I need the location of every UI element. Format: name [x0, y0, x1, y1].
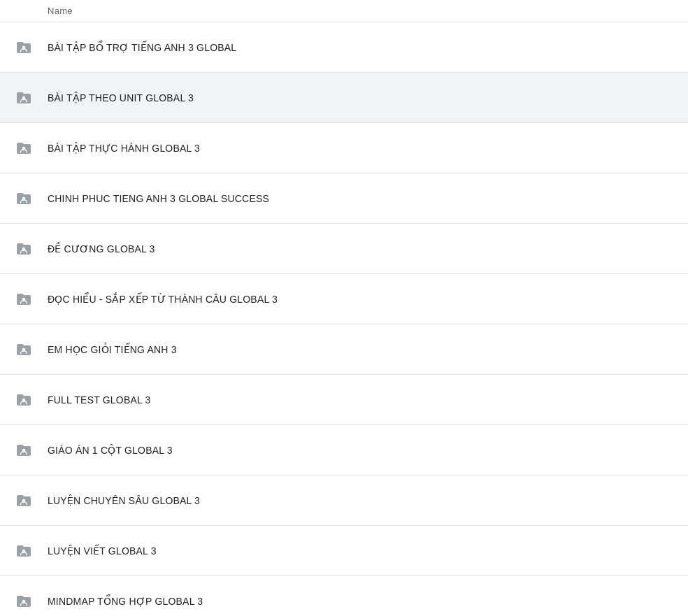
- shared-folder-icon: [11, 438, 36, 463]
- folder-row[interactable]: ĐỌC HIỂU - SẮP XẾP TỪ THÀNH CÂU GLOBAL 3: [0, 274, 688, 324]
- folder-name: ĐỌC HIỂU - SẮP XẾP TỪ THÀNH CÂU GLOBAL 3: [48, 294, 278, 305]
- folder-name: BÀI TẬP BỔ TRỢ TIẾNG ANH 3 GLOBAL: [48, 42, 236, 53]
- folder-row[interactable]: BÀI TẬP THỰC HÀNH GLOBAL 3: [0, 123, 688, 173]
- folder-row[interactable]: CHINH PHUC TIENG ANH 3 GLOBAL SUCCESS: [0, 173, 688, 224]
- folder-row[interactable]: BÀI TẬP BỔ TRỢ TIẾNG ANH 3 GLOBAL: [0, 22, 688, 73]
- shared-folder-icon: [11, 387, 36, 413]
- folder-row[interactable]: MINDMAP TỔNG HỢP GLOBAL 3: [0, 576, 688, 616]
- folder-name: EM HỌC GIỎI TIẾNG ANH 3: [48, 344, 177, 355]
- folder-name: BÀI TẬP THỰC HÀNH GLOBAL 3: [48, 143, 200, 154]
- folder-row[interactable]: EM HỌC GIỎI TIẾNG ANH 3: [0, 324, 688, 375]
- folder-row[interactable]: GIÁO ÁN 1 CỘT GLOBAL 3: [0, 425, 688, 475]
- shared-folder-icon: [11, 287, 36, 312]
- shared-folder-icon: [11, 538, 36, 564]
- shared-folder-icon: [11, 136, 36, 161]
- folder-row[interactable]: ĐỀ CƯƠNG GLOBAL 3: [0, 224, 688, 274]
- folder-name: MINDMAP TỔNG HỢP GLOBAL 3: [48, 596, 203, 607]
- shared-folder-icon: [11, 337, 36, 362]
- shared-folder-icon: [11, 85, 36, 110]
- shared-folder-icon: [11, 236, 36, 262]
- header-name: Name: [48, 6, 73, 16]
- folder-row[interactable]: LUYỆN VIẾT GLOBAL 3: [0, 526, 688, 576]
- folder-name: LUYỆN VIẾT GLOBAL 3: [48, 545, 157, 557]
- folder-list: BÀI TẬP BỔ TRỢ TIẾNG ANH 3 GLOBAL BÀI TẬ…: [0, 22, 688, 616]
- folder-name: ĐỀ CƯƠNG GLOBAL 3: [48, 243, 155, 255]
- shared-folder-icon: [11, 589, 36, 614]
- shared-folder-icon: [11, 35, 36, 60]
- folder-name: CHINH PHUC TIENG ANH 3 GLOBAL SUCCESS: [48, 193, 269, 204]
- folder-row[interactable]: BÀI TẬP THEO UNIT GLOBAL 3: [0, 73, 688, 123]
- folder-name: FULL TEST GLOBAL 3: [48, 394, 151, 406]
- table-header: Name: [0, 0, 688, 22]
- shared-folder-icon: [11, 488, 36, 513]
- folder-row[interactable]: FULL TEST GLOBAL 3: [0, 375, 688, 425]
- folder-name: GIÁO ÁN 1 CỘT GLOBAL 3: [48, 445, 173, 456]
- folder-row[interactable]: LUYỆN CHUYÊN SÂU GLOBAL 3: [0, 475, 688, 526]
- folder-name: BÀI TẬP THEO UNIT GLOBAL 3: [48, 92, 194, 103]
- shared-folder-icon: [11, 186, 36, 211]
- folder-name: LUYỆN CHUYÊN SÂU GLOBAL 3: [48, 495, 200, 506]
